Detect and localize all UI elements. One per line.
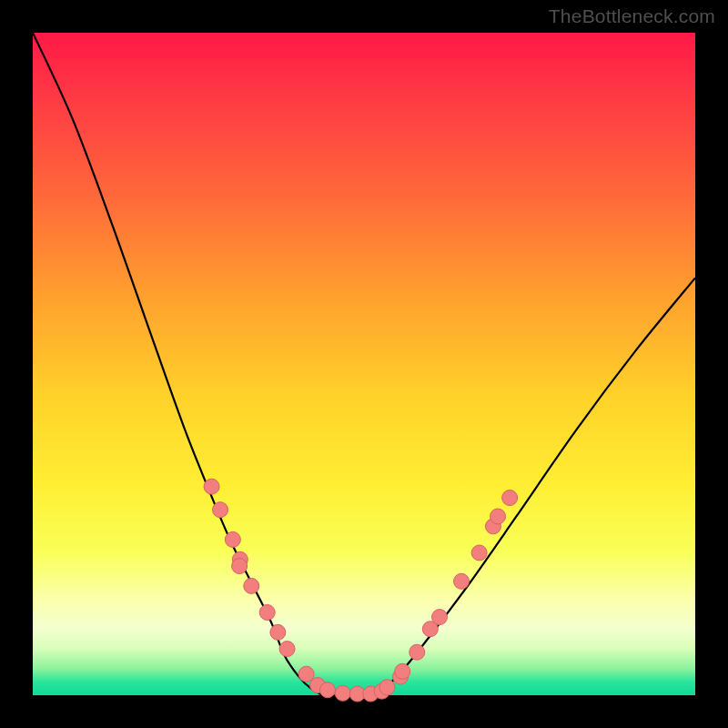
- highlight-dot: [244, 578, 259, 593]
- watermark-text: TheBottleneck.com: [549, 5, 715, 27]
- highlight-dot: [502, 490, 518, 506]
- highlight-dots: [204, 479, 518, 702]
- highlight-dot: [454, 573, 470, 589]
- highlight-dot: [213, 502, 228, 518]
- highlight-dot: [232, 559, 248, 574]
- highlight-dot: [204, 479, 219, 494]
- highlight-dot: [335, 685, 350, 701]
- curve-layer: [33, 33, 695, 695]
- plot-area: [33, 33, 695, 695]
- bottleneck-curve: [33, 33, 695, 696]
- highlight-dot: [395, 663, 410, 679]
- highlight-dot: [270, 624, 286, 640]
- chart-frame: TheBottleneck.com: [0, 0, 728, 728]
- highlight-dot: [431, 610, 447, 625]
- highlight-dot: [319, 682, 335, 698]
- highlight-dot: [298, 666, 314, 682]
- highlight-dot: [259, 605, 275, 621]
- highlight-dot: [225, 531, 240, 547]
- highlight-dot: [379, 680, 395, 695]
- highlight-dot: [279, 642, 295, 657]
- highlight-dot: [410, 644, 425, 660]
- highlight-dot: [471, 545, 487, 561]
- highlight-dot: [490, 509, 506, 524]
